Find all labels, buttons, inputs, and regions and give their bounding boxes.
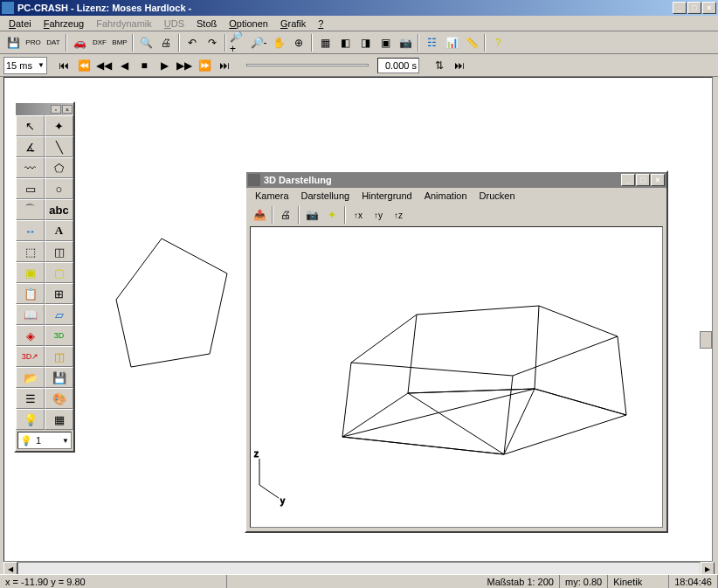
menu-optionen[interactable]: Optionen <box>224 17 273 30</box>
select-tool[interactable]: ◫ <box>45 241 73 262</box>
zoom-in-icon[interactable]: 🔎+ <box>229 33 248 52</box>
layer-down-tool[interactable]: ▢ <box>45 262 73 283</box>
measure-icon[interactable]: 📏 <box>462 33 481 52</box>
time-step-select[interactable]: 15 ms ▼ <box>3 57 47 74</box>
book-tool[interactable]: 📖 <box>16 304 45 325</box>
layer-up-tool[interactable]: ▣ <box>16 262 45 283</box>
3d-axis-x-icon[interactable]: ↑x <box>349 205 368 225</box>
light-tool[interactable]: 💡 <box>16 409 45 430</box>
time-slider[interactable] <box>246 57 369 74</box>
save-tool[interactable]: 💾 <box>45 367 73 388</box>
palette-header[interactable]: ▫ × <box>16 103 73 115</box>
3d-minimize-button[interactable]: _ <box>621 174 635 186</box>
menu-help[interactable]: ? <box>313 17 328 30</box>
menu-stoss[interactable]: Stoß <box>191 17 222 30</box>
3d-titlebar[interactable]: 3D Darstellung _ □ × <box>246 172 666 188</box>
play-icon[interactable]: ▶ <box>155 56 174 75</box>
menu-fahrdynamik[interactable]: Fahrdynamik <box>91 17 157 30</box>
tool-d-icon[interactable]: ▣ <box>376 33 395 52</box>
font-tool[interactable]: A <box>45 220 73 241</box>
menu-uds[interactable]: UDS <box>159 17 190 30</box>
grid-tool[interactable]: ⊞ <box>45 283 73 304</box>
last-frame-icon[interactable]: ⏭ <box>215 56 234 75</box>
circle-tool[interactable]: ○ <box>45 178 73 199</box>
3d-menu-animation[interactable]: Animation <box>419 190 473 202</box>
tool-a-icon[interactable]: ▦ <box>315 33 335 52</box>
maximize-button[interactable]: □ <box>687 2 701 14</box>
redo-icon[interactable]: ↷ <box>203 33 222 52</box>
car-red-icon[interactable]: 🚗 <box>70 33 89 52</box>
help-icon[interactable]: ? <box>488 33 507 52</box>
scroll-grip[interactable] <box>700 331 712 349</box>
tool-b-icon[interactable]: ◧ <box>335 33 355 52</box>
3d-axis-z-icon[interactable]: ↑z <box>389 205 408 225</box>
camera-icon[interactable]: 📷 <box>396 33 415 52</box>
sparkle-tool[interactable]: ✦ <box>45 115 73 136</box>
next-keyframe-icon[interactable]: ⏩ <box>195 56 214 75</box>
car-bmp-icon[interactable]: BMP <box>110 33 129 52</box>
3d-print-icon[interactable]: 🖨 <box>276 205 295 225</box>
polyline-tool[interactable]: 〰 <box>16 157 45 178</box>
menu-fahrzeug[interactable]: Fahrzeug <box>38 17 90 30</box>
layer-select[interactable]: 💡 1 ▼ <box>17 432 72 449</box>
color-tool[interactable]: 🎨 <box>45 388 73 409</box>
svg-marker-0 <box>116 239 227 367</box>
tool-c-icon[interactable]: ◨ <box>356 33 375 52</box>
minimize-button[interactable]: _ <box>673 2 687 14</box>
crop-tool[interactable]: ⬚ <box>16 241 45 262</box>
chart-icon[interactable]: 📊 <box>442 33 461 52</box>
menu-datei[interactable]: Datei <box>3 17 37 30</box>
extrude-tool[interactable]: ◫ <box>45 346 73 367</box>
list-icon[interactable]: ☷ <box>422 33 441 52</box>
3d-camera-icon[interactable]: 📷 <box>302 205 321 225</box>
prev-keyframe-icon[interactable]: ⏪ <box>74 56 93 75</box>
pan-icon[interactable]: ✋ <box>269 33 288 52</box>
3d-menu-hintergrund[interactable]: Hintergrund <box>356 190 417 202</box>
open-pro-icon[interactable]: PRO <box>24 33 43 52</box>
text-tool[interactable]: abc <box>45 199 73 220</box>
print-icon[interactable]: 🖨 <box>156 33 176 52</box>
3d-cube-tool[interactable]: 3D <box>45 325 73 346</box>
car-dxf-icon[interactable]: DXF <box>90 33 109 52</box>
stop-icon[interactable]: ■ <box>135 56 154 75</box>
rect-tool[interactable]: ▭ <box>16 178 45 199</box>
curve-tool[interactable]: ⌒ <box>16 199 45 220</box>
step-fwd-icon[interactable]: ▶▶ <box>175 56 194 75</box>
menu-grafik[interactable]: Grafik <box>275 17 311 30</box>
3d-arrow-tool[interactable]: 3D↗ <box>16 346 45 367</box>
play-back-icon[interactable]: ◀ <box>114 56 134 75</box>
3d-close-button[interactable]: × <box>651 174 665 186</box>
pointer-tool[interactable]: ↖ <box>16 115 45 136</box>
close-button[interactable]: × <box>702 2 716 14</box>
palette-tab-icon[interactable]: ▫ <box>51 105 61 114</box>
preview-icon[interactable]: 🔍 <box>136 33 155 52</box>
layers-tool[interactable]: ☰ <box>16 388 45 409</box>
3d-menu-drucken[interactable]: Drucken <box>474 190 521 202</box>
angle-tool[interactable]: ∡ <box>16 136 45 157</box>
zoom-out-icon[interactable]: 🔎- <box>249 33 268 52</box>
3d-canvas[interactable]: z y <box>250 226 663 528</box>
3d-menu-darstellung[interactable]: Darstellung <box>296 190 356 202</box>
zoom-all-icon[interactable]: ⊕ <box>289 33 308 52</box>
3d-light-icon[interactable]: ✦ <box>322 205 342 225</box>
polygon-tool[interactable]: ⬠ <box>45 157 73 178</box>
red-shape-tool[interactable]: ◈ <box>16 325 45 346</box>
copy-tool[interactable]: 📋 <box>16 283 45 304</box>
open-dat-icon[interactable]: DAT <box>44 33 63 52</box>
page-tool[interactable]: ▱ <box>45 304 73 325</box>
3d-maximize-button[interactable]: □ <box>636 174 650 186</box>
palette-close-icon[interactable]: × <box>62 105 72 114</box>
dimension-tool[interactable]: ↔ <box>16 220 45 241</box>
folder-open-tool[interactable]: 📂 <box>16 367 45 388</box>
3d-axis-y-icon[interactable]: ↑y <box>369 205 388 225</box>
line-tool[interactable]: ╲ <box>45 136 73 157</box>
end-icon[interactable]: ⏭ <box>450 56 469 75</box>
undo-icon[interactable]: ↶ <box>183 33 202 52</box>
3d-export-icon[interactable]: 📤 <box>250 205 269 225</box>
first-frame-icon[interactable]: ⏮ <box>54 56 73 75</box>
sync-icon[interactable]: ⇅ <box>430 56 449 75</box>
save-icon[interactable]: 💾 <box>3 33 23 52</box>
step-back-icon[interactable]: ◀◀ <box>94 56 114 75</box>
settings-tool[interactable]: ▦ <box>45 409 73 430</box>
3d-menu-kamera[interactable]: Kamera <box>250 190 294 202</box>
